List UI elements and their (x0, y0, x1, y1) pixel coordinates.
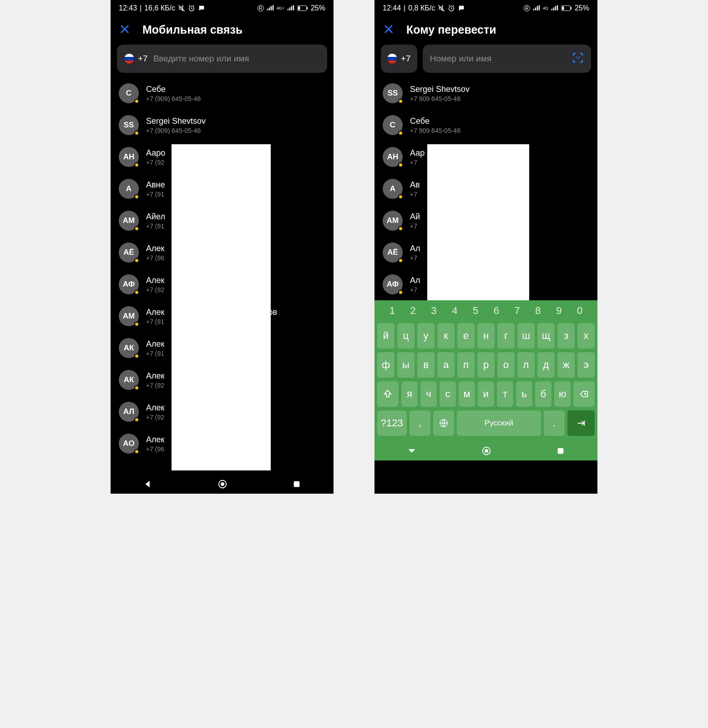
home-nav-icon[interactable] (481, 446, 491, 456)
contact-row[interactable]: АН Ааро +7 (92 (111, 141, 334, 173)
shift-key[interactable] (377, 381, 399, 407)
letter-key[interactable]: о (497, 352, 515, 378)
letter-key[interactable]: я (401, 381, 418, 407)
letter-key[interactable]: ы (397, 352, 415, 378)
letter-key[interactable]: е (457, 323, 475, 349)
backspace-key[interactable] (573, 381, 595, 407)
letter-key[interactable]: й (377, 323, 394, 349)
comma-key[interactable]: , (410, 410, 430, 436)
avatar: А (383, 179, 403, 199)
search-input[interactable] (430, 54, 572, 64)
avatar: АЁ (383, 243, 403, 263)
avatar: С (119, 83, 139, 103)
home-nav-icon[interactable] (217, 479, 228, 489)
page-title: Мобильная связь (142, 23, 243, 36)
mute-icon (178, 5, 185, 12)
letter-key[interactable]: п (457, 352, 475, 378)
letter-key[interactable]: м (459, 381, 475, 407)
left-phone: 12:43 | 16,6 КБ/с R 4G+ 25% Мобильная св… (111, 0, 334, 494)
contact-row[interactable]: АМ Айел +7 (91 (111, 205, 334, 237)
contact-row[interactable]: АО Алек +7 (96 (111, 428, 334, 460)
contact-row[interactable]: SS Sergei Shevtsov +7 (909) 645-05-46 (111, 109, 334, 141)
back-nav-icon[interactable] (143, 480, 152, 489)
num-key[interactable]: 4 (446, 305, 463, 317)
num-key[interactable]: 0 (571, 305, 588, 317)
contact-row[interactable]: АН Аар +7 (374, 141, 597, 173)
letter-key[interactable]: ь (516, 381, 532, 407)
lang-key[interactable] (433, 410, 454, 436)
scan-card-icon[interactable]: +7 (572, 52, 584, 66)
recent-nav-icon[interactable] (556, 447, 565, 455)
contact-row[interactable]: АМ Ай +7 (374, 205, 597, 237)
search-box[interactable]: +7 (423, 45, 591, 73)
letter-key[interactable]: ч (420, 381, 437, 407)
num-key[interactable]: 3 (425, 305, 442, 317)
status-badge (134, 131, 139, 136)
right-phone: 12:44 | 0,8 КБ/с R 4G 25% Кому перевести… (374, 0, 597, 494)
status-badge (398, 131, 403, 136)
letter-key[interactable]: к (437, 323, 455, 349)
letter-key[interactable]: х (577, 323, 595, 349)
letter-key[interactable]: и (478, 381, 494, 407)
letter-key[interactable]: э (577, 352, 595, 378)
enter-key[interactable] (567, 410, 595, 436)
space-key[interactable]: Русский (457, 410, 541, 436)
search-input[interactable] (153, 54, 320, 64)
contact-phone: +7 (92 (146, 382, 164, 389)
letter-key[interactable]: т (497, 381, 513, 407)
letter-key[interactable]: а (437, 352, 455, 378)
contact-row[interactable]: АМ Алекков +7 (91 (111, 300, 334, 332)
letter-key[interactable]: з (557, 323, 575, 349)
contact-row[interactable]: АЁ Алек +7 (96 (111, 237, 334, 268)
symbols-key[interactable]: ?123 (377, 410, 407, 436)
letter-key[interactable]: в (417, 352, 435, 378)
close-button[interactable] (120, 23, 130, 36)
hide-kb-nav-icon[interactable] (407, 446, 416, 455)
num-key[interactable]: 1 (384, 305, 400, 317)
num-key[interactable]: 7 (509, 305, 526, 317)
letter-key[interactable]: ю (554, 381, 571, 407)
letter-key[interactable]: ц (397, 323, 415, 349)
contact-row[interactable]: АК Алек +7 (91 (111, 332, 334, 364)
search-box[interactable]: +7 (117, 45, 327, 73)
contact-phone: +7 (909) 645-05-46 (146, 127, 206, 134)
letter-key[interactable]: б (535, 381, 551, 407)
letter-key[interactable]: с (440, 381, 456, 407)
contact-row[interactable]: SS Sergei Shevtsov +7 909 645-05-46 (374, 77, 597, 109)
num-key[interactable]: 8 (530, 305, 546, 317)
letter-key[interactable]: ж (557, 352, 575, 378)
letter-key[interactable]: р (477, 352, 495, 378)
contact-row[interactable]: АФ Ал +7 (374, 268, 597, 300)
contact-row[interactable]: АК Алек +7 (92 (111, 364, 334, 396)
letter-key[interactable]: н (477, 323, 495, 349)
letter-key[interactable]: у (417, 323, 435, 349)
contact-row[interactable]: АЁ Ал +7 (374, 237, 597, 268)
contact-row[interactable]: АФ Алек +7 (92 (111, 268, 334, 300)
letter-key[interactable]: л (517, 352, 535, 378)
contact-row[interactable]: С Себе +7 (909) 645-05-46 (111, 77, 334, 109)
contact-row[interactable]: А Авне +7 (91 (111, 173, 334, 205)
country-flag-icon (124, 54, 134, 64)
dot-key[interactable]: . (544, 410, 565, 436)
contact-row[interactable]: АЛ Алек +7 (92 (111, 396, 334, 428)
letter-key[interactable]: г (497, 323, 515, 349)
recent-nav-icon[interactable] (293, 480, 301, 488)
num-key[interactable]: 2 (405, 305, 421, 317)
contact-row[interactable]: А Ав +7 (374, 173, 597, 205)
letter-key[interactable]: д (537, 352, 555, 378)
status-badge (398, 99, 403, 104)
nav-bar (111, 475, 334, 494)
contact-phone: +7 (96 (146, 254, 164, 262)
letter-key[interactable]: ф (377, 352, 394, 378)
letter-key[interactable]: ш (517, 323, 535, 349)
alarm-icon (188, 5, 195, 12)
letter-key[interactable]: щ (537, 323, 555, 349)
contact-row[interactable]: С Себе +7 909 645-05-46 (374, 109, 597, 141)
num-key[interactable]: 9 (551, 305, 567, 317)
num-key[interactable]: 5 (467, 305, 484, 317)
status-badge (134, 354, 139, 359)
close-button[interactable] (384, 23, 394, 36)
contact-name: Айел (146, 212, 165, 222)
country-prefix[interactable]: +7 (381, 45, 417, 73)
num-key[interactable]: 6 (488, 305, 505, 317)
